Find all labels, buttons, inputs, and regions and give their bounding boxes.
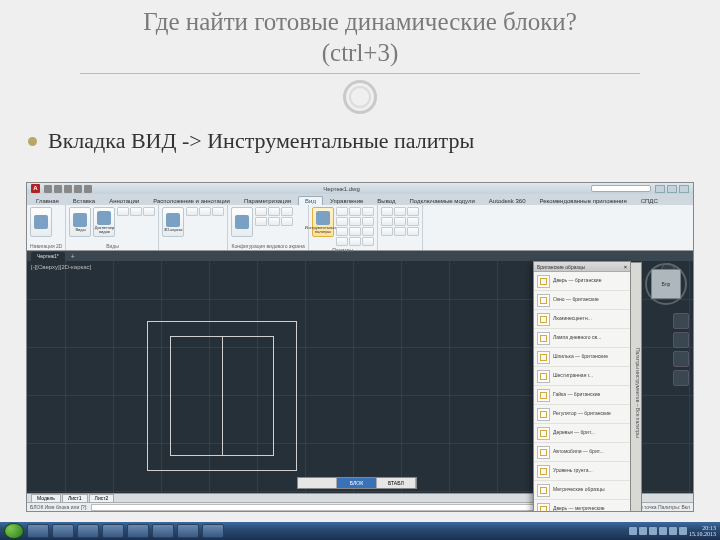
tray-icon[interactable] bbox=[629, 527, 637, 535]
palette-header[interactable]: Британские образцы × bbox=[534, 262, 630, 272]
ribbon-tab[interactable]: Autodesk 360 bbox=[482, 196, 533, 205]
tray-icon[interactable] bbox=[669, 527, 677, 535]
palette-item[interactable]: Гайка — британские bbox=[534, 386, 630, 405]
ribbon-small-button[interactable] bbox=[407, 217, 419, 226]
palette-item[interactable]: Уровень грунта... bbox=[534, 462, 630, 481]
help-search-input[interactable] bbox=[591, 185, 651, 192]
qat-save-icon[interactable] bbox=[64, 185, 72, 193]
ribbon-small-button[interactable] bbox=[362, 207, 374, 216]
taskbar-app-button[interactable] bbox=[52, 524, 74, 538]
ribbon-small-button[interactable] bbox=[394, 227, 406, 236]
ribbon-big-button[interactable] bbox=[231, 207, 253, 237]
qat-open-icon[interactable] bbox=[54, 185, 62, 193]
document-tab[interactable]: Чертеж1* bbox=[31, 252, 65, 261]
ribbon-small-button[interactable] bbox=[281, 207, 293, 216]
ribbon-small-button[interactable] bbox=[381, 227, 393, 236]
palette-item[interactable]: Автомобили — брит... bbox=[534, 443, 630, 462]
ribbon-small-button[interactable] bbox=[268, 217, 280, 226]
ribbon-tab[interactable]: СПДС bbox=[634, 196, 665, 205]
ribbon-small-button[interactable] bbox=[407, 227, 419, 236]
taskbar-app-button[interactable] bbox=[77, 524, 99, 538]
ribbon-small-button[interactable] bbox=[268, 207, 280, 216]
minimize-button[interactable] bbox=[655, 185, 665, 193]
ribbon-small-button[interactable] bbox=[362, 217, 374, 226]
palette-item[interactable]: Дверь — метрические bbox=[534, 500, 630, 512]
palette-side-tab[interactable]: Палитры инструментов – Все палитры bbox=[630, 262, 642, 512]
drawing-rectangle[interactable] bbox=[147, 321, 297, 471]
dynamic-input-option[interactable] bbox=[298, 478, 337, 488]
orbit-icon[interactable] bbox=[673, 370, 689, 386]
qat-new-icon[interactable] bbox=[44, 185, 52, 193]
viewport-label[interactable]: [-][Сверху][2D-каркас] bbox=[31, 264, 91, 270]
ribbon-small-button[interactable] bbox=[336, 207, 348, 216]
tray-icon[interactable] bbox=[639, 527, 647, 535]
qat-redo-icon[interactable] bbox=[84, 185, 92, 193]
drawing-canvas[interactable]: [-][Сверху][2D-каркас] – Впр БЛОКБТАБЛ bbox=[27, 261, 693, 493]
ribbon-big-button[interactable]: Диспетчер видов bbox=[93, 207, 115, 237]
ribbon-small-button[interactable] bbox=[143, 207, 155, 216]
ribbon-small-button[interactable] bbox=[349, 217, 361, 226]
taskbar-app-button[interactable] bbox=[202, 524, 224, 538]
ribbon-tab[interactable]: Вид bbox=[298, 196, 323, 205]
dynamic-input-option[interactable]: БТАБЛ bbox=[377, 478, 416, 488]
ribbon-small-button[interactable] bbox=[349, 207, 361, 216]
ribbon-small-button[interactable] bbox=[336, 217, 348, 226]
ribbon-tab[interactable]: Параметризация bbox=[237, 196, 298, 205]
layout-tab[interactable]: Модель bbox=[31, 494, 61, 502]
palette-item[interactable]: Деревья — брит... bbox=[534, 424, 630, 443]
dynamic-input-option[interactable]: БЛОК bbox=[337, 478, 376, 488]
ribbon-small-button[interactable] bbox=[381, 207, 393, 216]
layout-tab[interactable]: Лист1 bbox=[62, 494, 88, 502]
app-logo-icon[interactable]: A bbox=[31, 184, 40, 193]
maximize-button[interactable] bbox=[667, 185, 677, 193]
ribbon-tab[interactable]: Аннотации bbox=[102, 196, 146, 205]
dynamic-input-menu[interactable]: БЛОКБТАБЛ bbox=[297, 477, 417, 489]
ribbon-small-button[interactable] bbox=[255, 217, 267, 226]
ribbon-small-button[interactable] bbox=[362, 227, 374, 236]
ribbon-small-button[interactable] bbox=[394, 217, 406, 226]
start-button[interactable] bbox=[4, 523, 24, 539]
ribbon-small-button[interactable] bbox=[130, 207, 142, 216]
zoom-icon[interactable] bbox=[673, 351, 689, 367]
palette-item[interactable]: Шпилька — британские bbox=[534, 348, 630, 367]
ribbon-tab[interactable]: Подключаемые модули bbox=[402, 196, 481, 205]
ribbon-small-button[interactable] bbox=[407, 207, 419, 216]
ribbon-small-button[interactable] bbox=[117, 207, 129, 216]
ribbon-small-button[interactable] bbox=[281, 217, 293, 226]
qat-undo-icon[interactable] bbox=[74, 185, 82, 193]
close-button[interactable] bbox=[679, 185, 689, 193]
ribbon-tab[interactable]: Главная bbox=[29, 196, 66, 205]
ribbon-big-button[interactable] bbox=[30, 207, 52, 237]
tray-icon[interactable] bbox=[659, 527, 667, 535]
taskbar-app-button[interactable] bbox=[27, 524, 49, 538]
palette-item[interactable]: Шестигранная г... bbox=[534, 367, 630, 386]
ribbon-small-button[interactable] bbox=[349, 237, 361, 246]
pan-icon[interactable] bbox=[673, 332, 689, 348]
ribbon-tab[interactable]: Расположение и аннотации bbox=[146, 196, 237, 205]
ribbon-tab[interactable]: Управление bbox=[323, 196, 370, 205]
ribbon-small-button[interactable] bbox=[199, 207, 211, 216]
ribbon-small-button[interactable] bbox=[336, 227, 348, 236]
palette-item[interactable]: Регулятор — британские bbox=[534, 405, 630, 424]
navcube[interactable]: Впр bbox=[651, 269, 681, 299]
palette-item[interactable]: Лампа дневного св... bbox=[534, 329, 630, 348]
steering-wheel-icon[interactable] bbox=[673, 313, 689, 329]
ribbon-small-button[interactable] bbox=[394, 207, 406, 216]
layout-tab[interactable]: Лист2 bbox=[89, 494, 115, 502]
tray-icon[interactable] bbox=[649, 527, 657, 535]
ribbon-small-button[interactable] bbox=[381, 217, 393, 226]
palette-item[interactable]: Окно — британские bbox=[534, 291, 630, 310]
taskbar-app-button[interactable] bbox=[177, 524, 199, 538]
taskbar-clock[interactable]: 20:13 15.10.2013 bbox=[689, 525, 716, 537]
ribbon-small-button[interactable] bbox=[336, 237, 348, 246]
command-input[interactable] bbox=[91, 504, 549, 511]
taskbar-app-button[interactable] bbox=[102, 524, 124, 538]
palette-item[interactable]: Дверь — британские bbox=[534, 272, 630, 291]
ribbon-big-button[interactable]: Виды bbox=[69, 207, 91, 237]
ribbon-small-button[interactable] bbox=[362, 237, 374, 246]
tray-icon[interactable] bbox=[679, 527, 687, 535]
palette-close-icon[interactable]: × bbox=[624, 264, 627, 270]
tool-palette[interactable]: Британские образцы × Дверь — британскиеО… bbox=[533, 261, 631, 512]
ribbon-tab[interactable]: Вывод bbox=[370, 196, 402, 205]
ribbon-tab[interactable]: Рекомендованные приложения bbox=[533, 196, 634, 205]
